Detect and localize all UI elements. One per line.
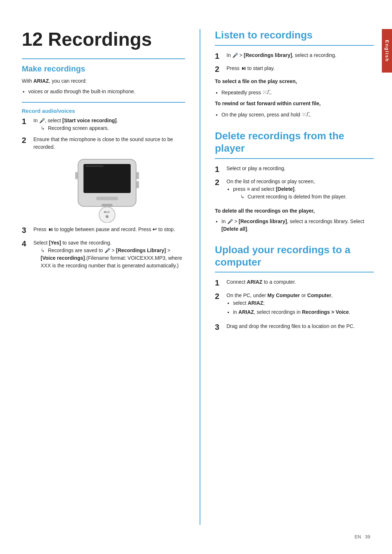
step-2-num: 2 xyxy=(22,136,30,151)
listen-sub1-title: To select a file on the play screen, xyxy=(215,78,374,85)
svg-text:MIC: MIC xyxy=(104,210,110,214)
make-intro-text: With ARIAZ, you can record: xyxy=(22,77,185,85)
page-footer: EN 39 xyxy=(355,534,370,539)
arrow-icon-3: ↳ xyxy=(240,193,245,201)
left-column: 12 Recordings Make recordings With ARIAZ… xyxy=(22,29,185,525)
record-steps-2: 3 Press ⏯ to toggle between pause and re… xyxy=(22,226,185,269)
device-svg: MIC xyxy=(71,157,143,223)
svg-rect-4 xyxy=(136,172,139,179)
mic-icon-2: 🎤 xyxy=(105,248,110,253)
step-4-num: 4 xyxy=(22,239,30,270)
upload-step-1-num: 1 xyxy=(215,278,223,288)
upload-brand-1: ARIAZ xyxy=(247,279,262,285)
play-pause-icon-1: ⏯ xyxy=(48,226,53,232)
listen-step-1: 1 In 🎤 > [Recordings library], select a … xyxy=(215,52,374,61)
listen-title: Listen to recordings xyxy=(215,29,374,41)
step-4-content: Select [Yes] to save the recording. ↳ Re… xyxy=(33,239,185,270)
record-steps: 1 In 🎤, select [Start voice recording]. … xyxy=(22,117,185,151)
arrow-icon-1: ↳ xyxy=(41,124,45,132)
device-illustration: MIC xyxy=(71,157,136,219)
svg-rect-3 xyxy=(75,172,78,179)
step-2-content: Ensure that the microphone is close to t… xyxy=(33,136,185,151)
delete-all-bullets: In 🎤 > [Recordings library], select a re… xyxy=(221,218,374,233)
arrow-icon-2: ↳ xyxy=(41,247,45,254)
upload-step-1: 1 Connect ARIAZ to a computer. xyxy=(215,278,374,288)
delete-step-2: 2 On the list of recordings or play scre… xyxy=(215,178,374,204)
listen-step-2-num: 2 xyxy=(215,65,223,74)
top-divider xyxy=(22,58,185,59)
delete-all-bold-1: [Recordings library] xyxy=(239,218,287,224)
delete-all-bullet: In 🎤 > [Recordings library], select a re… xyxy=(221,218,374,233)
sidebar-language-tab: English xyxy=(382,29,392,73)
step-1-sub: ↳ Recording screen appears. xyxy=(41,124,185,132)
step-1: 1 In 🎤, select [Start voice recording]. … xyxy=(22,117,185,132)
make-bullets: voices or audio through the built-in mic… xyxy=(28,88,185,95)
svg-point-10 xyxy=(106,215,109,218)
menu-icon: ≡ xyxy=(247,186,250,192)
listen-step-2: 2 Press ⏯ to start play. xyxy=(215,65,374,74)
listen-sub1-bullets: Repeatedly press ⁙ / ⁚. xyxy=(221,88,374,97)
delete-step-2-content: On the list of recordings or play screen… xyxy=(226,178,374,204)
upload-step-2: 2 On the PC, under My Computer or Comput… xyxy=(215,292,374,319)
listen-step-1-num: 1 xyxy=(215,52,223,61)
delete-section: Delete recordings from the player 1 Sele… xyxy=(215,130,374,233)
listen-sub2-title: To rewind or fast forward within current… xyxy=(215,100,374,107)
step-1-content: In 🎤, select [Start voice recording]. ↳ … xyxy=(33,117,185,132)
step-3-num: 3 xyxy=(22,226,30,235)
upload-step-1-content: Connect ARIAZ to a computer. xyxy=(226,278,374,288)
upload-step-3-num: 3 xyxy=(215,323,223,332)
stop-icon-1: ↩ xyxy=(152,226,157,232)
step-2: 2 Ensure that the microphone is close to… xyxy=(22,136,185,151)
listen-step-1-bold: [Recordings library] xyxy=(244,52,292,58)
delete-step-1-num: 1 xyxy=(215,165,223,174)
step-4: 4 Select [Yes] to save the recording. ↳ … xyxy=(22,239,185,270)
record-audio-title: Record audio/voices xyxy=(22,108,185,114)
computer-bold: Computer xyxy=(307,292,331,298)
play-icon-2: ⏯ xyxy=(241,65,246,71)
record-divider xyxy=(22,102,185,103)
delete-sub: ↳ Current recording is deleted from the … xyxy=(240,193,374,201)
mic-icon-3: 🎤 xyxy=(232,53,238,58)
upload-step-3-content: Drag and drop the recording files to a l… xyxy=(226,323,374,332)
step-3-content: Press ⏯ to toggle between pause and reco… xyxy=(33,226,185,235)
upload-bullet-1: select ARIAZ; xyxy=(233,299,374,307)
delete-divider xyxy=(215,158,374,159)
upload-step-2-content: On the PC, under My Computer or Computer… xyxy=(226,292,374,319)
upload-section: Upload your recordings to a computer 1 C… xyxy=(215,244,374,332)
en-label: EN xyxy=(355,534,361,539)
svg-rect-6 xyxy=(96,197,118,200)
make-bullet-1: voices or audio through the built-in mic… xyxy=(28,88,185,95)
listen-section: Listen to recordings 1 In 🎤 > [Recording… xyxy=(215,29,374,119)
svg-rect-7 xyxy=(102,204,113,207)
mic-icon-1: 🎤 xyxy=(39,118,45,123)
mic-icon-4: 🎤 xyxy=(227,219,233,224)
delete-bold: [Delete] xyxy=(276,186,294,192)
listen-step-2-content: Press ⏯ to start play. xyxy=(226,65,374,74)
step-4-bold: [Yes] xyxy=(49,240,61,246)
listen-steps: 1 In 🎤 > [Recordings library], select a … xyxy=(215,52,374,74)
step-3: 3 Press ⏯ to toggle between pause and re… xyxy=(22,226,185,235)
delete-all-bold-2: [Delete all] xyxy=(221,226,247,232)
listen-sub2-bullets: On the play screen, press and hold ⁙ / ⁚… xyxy=(221,110,374,119)
step-1-num: 1 xyxy=(22,117,30,132)
svg-rect-2 xyxy=(85,165,103,167)
step-1-text: In 🎤, select [Start voice recording]. xyxy=(33,118,118,123)
page-number: 39 xyxy=(365,534,370,539)
delete-step-2-bullets: press ≡ and select [Delete]. ↳ Current r… xyxy=(233,185,374,201)
make-recordings-title: Make recordings xyxy=(22,64,185,74)
svg-rect-5 xyxy=(136,181,139,188)
delete-all-title: To delete all the recordings on the play… xyxy=(215,207,374,215)
upload-step-2-num: 2 xyxy=(215,292,223,319)
listen-step-1-content: In 🎤 > [Recordings library], select a re… xyxy=(226,52,374,61)
step-2-text: Ensure that the microphone is close to t… xyxy=(33,136,173,150)
listen-divider xyxy=(215,45,374,46)
listen-sub1-bullet: Repeatedly press ⁙ / ⁚. xyxy=(221,88,374,97)
upload-step-2-bullets: select ARIAZ; in ARIAZ, select recording… xyxy=(233,299,374,316)
delete-step-2-bullet-1: press ≡ and select [Delete]. ↳ Current r… xyxy=(233,185,374,201)
delete-title: Delete recordings from the player xyxy=(215,130,374,154)
upload-step-3: 3 Drag and drop the recording files to a… xyxy=(215,323,374,332)
listen-sub2-bullet: On the play screen, press and hold ⁙ / ⁚… xyxy=(221,110,374,119)
svg-rect-1 xyxy=(83,164,131,193)
step-1-bold: [Start voice recording] xyxy=(62,118,117,123)
upload-title: Upload your recordings to a computer xyxy=(215,244,374,268)
